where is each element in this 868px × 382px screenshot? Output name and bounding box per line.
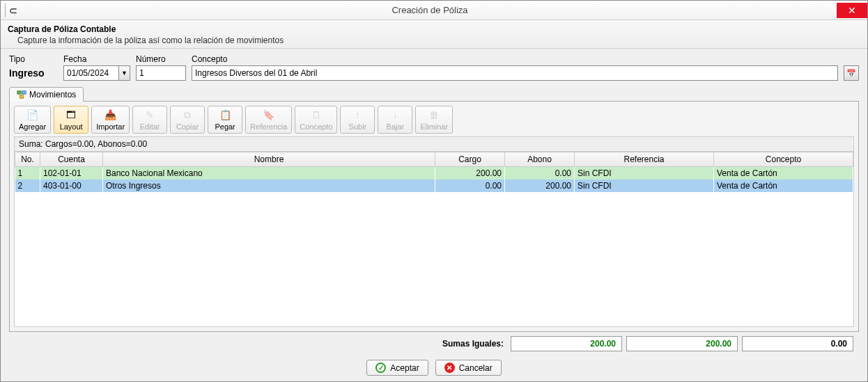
tab-label: Movimientos [29,90,76,100]
edit-icon: ✎ [144,109,156,121]
pegar-button[interactable]: 📋Pegar [208,106,242,134]
svg-rect-2 [20,95,23,98]
movements-table: No. Cuenta Nombre Cargo Abono Referencia… [15,152,853,192]
total-diff: 0.00 [742,336,853,351]
cell-cargo: 200.00 [435,167,505,180]
totals-label: Sumas Iguales: [442,339,504,349]
col-referencia[interactable]: Referencia [575,152,714,167]
sum-line: Suma: Cargos=0.00, Abonos=0.00 [14,136,854,151]
layout-icon: 🗔 [65,109,77,121]
reference-icon: 🔖 [263,109,275,121]
header-title: Captura de Póliza Contable [8,24,860,34]
aceptar-label: Aceptar [390,363,419,373]
calendar-icon: 📅 [846,69,856,78]
svg-rect-0 [17,91,21,94]
agregar-button[interactable]: 📄Agregar [14,106,51,134]
subir-button[interactable]: ↑Subir [340,106,375,134]
form-area: Tipo Fecha Número Concepto Ingreso ▼ 📅 M… [1,49,867,381]
field-labels: Tipo Fecha Número Concepto [9,54,859,64]
add-icon: 📄 [26,109,39,121]
col-concepto[interactable]: Concepto [714,152,853,167]
field-row: Ingreso ▼ 📅 [9,65,859,81]
grid[interactable]: No. Cuenta Nombre Cargo Abono Referencia… [14,151,854,327]
concepto-input[interactable] [192,65,838,81]
cell-concepto: Venta de Cartón [714,180,853,192]
date-wrap: ▼ [63,65,130,81]
label-concepto: Concepto [192,54,227,64]
total-cargo: 200.00 [511,336,622,351]
cancel-icon: ✕ [444,363,455,373]
toolbar: 📄Agregar 🗔Layout 📥Importar ✎Editar ⧉Copi… [14,106,854,134]
agregar-label: Agregar [19,122,46,131]
aceptar-button[interactable]: ✓ Aceptar [366,360,428,376]
up-icon: ↑ [351,109,364,121]
date-picker-button[interactable]: 📅 [844,65,859,81]
col-cargo[interactable]: Cargo [435,152,505,167]
header-subtitle: Capture la información de la póliza así … [8,35,860,45]
bajar-label: Bajar [387,122,405,131]
paste-icon: 📋 [219,109,231,121]
copiar-label: Copiar [176,122,199,131]
svg-rect-1 [22,91,26,94]
tabs-bar: Movimientos [9,86,859,101]
cell-nombre: Otros Ingresos [103,180,435,192]
down-icon: ↓ [389,109,401,121]
import-icon: 📥 [104,109,117,121]
bajar-button[interactable]: ↓Bajar [378,106,412,134]
concepto-label: Concepto [300,122,332,131]
label-numero: Número [136,54,186,64]
tab-movimientos[interactable]: Movimientos [9,87,84,102]
close-icon: ✕ [848,5,856,16]
cell-abono: 200.00 [505,180,575,192]
cell-cuenta: 403-01-00 [40,180,103,192]
table-row[interactable]: 2403-01-00Otros Ingresos0.00200.00Sin CF… [15,180,853,192]
cell-cargo: 0.00 [435,180,505,192]
col-abono[interactable]: Abono [505,152,575,167]
cell-abono: 0.00 [505,167,575,180]
importar-label: Importar [96,122,125,131]
cancelar-button[interactable]: ✕ Cancelar [435,360,502,376]
cell-no: 1 [15,167,40,180]
titlebar: ⊂ Creación de Póliza ✕ [1,1,867,20]
layout-button[interactable]: 🗔Layout [54,106,88,134]
cell-referencia: Sin CFDI [575,167,714,180]
col-cuenta[interactable]: Cuenta [40,152,103,167]
fecha-input[interactable] [63,65,119,81]
delete-icon: 🗑 [428,109,440,121]
ok-icon: ✓ [375,363,386,373]
close-button[interactable]: ✕ [837,3,867,18]
total-abono: 200.00 [626,336,738,351]
app-icon: ⊂ [5,3,19,17]
concepto-button[interactable]: 🗒Concepto [295,106,337,134]
eliminar-button[interactable]: 🗑Eliminar [415,106,453,134]
fecha-dropdown-button[interactable]: ▼ [119,65,130,81]
cancelar-label: Cancelar [459,363,493,373]
importar-button[interactable]: 📥Importar [91,106,130,134]
action-bar: ✓ Aceptar ✕ Cancelar [9,356,859,381]
table-row[interactable]: 1102-01-01Banco Nacional Mexicano200.000… [15,167,853,180]
pegar-label: Pegar [215,122,235,131]
numero-input[interactable] [136,65,186,81]
col-no[interactable]: No. [15,152,40,167]
table-header-row: No. Cuenta Nombre Cargo Abono Referencia… [15,152,853,167]
concept-icon: 🗒 [310,109,323,121]
cell-no: 2 [15,180,40,192]
header-section: Captura de Póliza Contable Capture la in… [1,20,867,49]
referencia-button[interactable]: 🔖Referencia [245,106,292,134]
window: ⊂ Creación de Póliza ✕ Captura de Póliza… [0,0,868,382]
tab-panel: 📄Agregar 🗔Layout 📥Importar ✎Editar ⧉Copi… [9,101,859,332]
copiar-button[interactable]: ⧉Copiar [170,106,205,134]
movimientos-icon [17,90,26,100]
window-title: Creación de Póliza [23,5,837,15]
totals-row: Sumas Iguales: 200.00 200.00 0.00 [9,332,859,356]
col-nombre[interactable]: Nombre [103,152,435,167]
cell-nombre: Banco Nacional Mexicano [103,167,435,180]
copy-icon: ⧉ [181,109,194,121]
layout-label: Layout [60,122,83,131]
tipo-value: Ingreso [9,67,58,79]
chevron-down-icon: ▼ [121,70,127,77]
editar-button[interactable]: ✎Editar [132,106,167,134]
cell-referencia: Sin CFDI [575,180,714,192]
editar-label: Editar [140,122,160,131]
cell-cuenta: 102-01-01 [40,167,103,180]
